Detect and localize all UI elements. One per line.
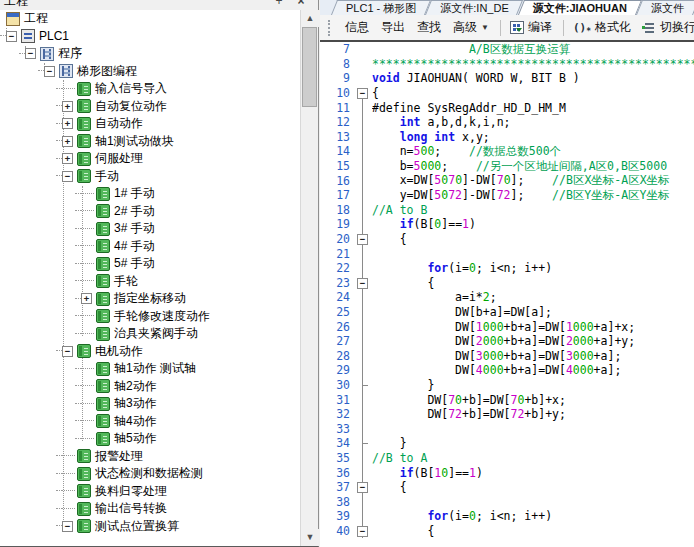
code-line[interactable]: 34 } (320, 436, 694, 451)
tree-item[interactable]: 输入信号导入 (0, 80, 300, 98)
tree-item[interactable]: −手动 (0, 168, 300, 186)
tree-item[interactable]: +轴1测试动做块 (0, 133, 300, 151)
editor-tab[interactable]: PLC1 - 梯形图 (334, 0, 428, 15)
expand-plus-icon[interactable]: + (81, 293, 92, 304)
expand-plus-icon[interactable]: + (62, 118, 73, 129)
code-editor[interactable]: 7 A/B区数据互换运算8***************************… (320, 42, 694, 547)
tree-item[interactable]: +自动动作 (0, 115, 300, 133)
info-button[interactable]: 信息 (340, 17, 374, 38)
code-line[interactable]: 27 DW[2000+b+a]=DW[2000+a]+y; (320, 334, 694, 349)
code-line[interactable]: 23− { (320, 276, 694, 291)
tree-item[interactable]: 手轮 (0, 273, 300, 291)
editor-tab[interactable]: 源文件 (639, 0, 694, 15)
code-line[interactable]: 18//A to B (320, 203, 694, 218)
tree-item[interactable]: +自动复位动作 (0, 98, 300, 116)
pin-icon[interactable]: + (272, 0, 286, 8)
code-line[interactable]: 22 for(i=0; i<n; i++) (320, 261, 694, 276)
code-line[interactable]: 32 DW[72+b]=DW[72+b]+y; (320, 407, 694, 422)
find-button[interactable]: 查找 (412, 17, 446, 38)
code-line[interactable]: 11#define SysRegAddr_HD_D_HM_M (320, 100, 694, 115)
code-line[interactable]: 9void JIAOHUAN( WORD W, BIT B ) (320, 71, 694, 86)
code-line[interactable]: 21 (320, 246, 694, 261)
code-line[interactable]: 39 for(i=0; i<n; i++) (320, 509, 694, 524)
code-line[interactable]: 17 y=DW[5072]-DW[72]; //B区Y坐标-A区Y坐标 (320, 188, 694, 203)
tree-item[interactable]: 工程 (0, 10, 300, 28)
fold-margin[interactable]: − (354, 86, 372, 101)
fold-margin[interactable]: − (354, 276, 372, 291)
tree-item[interactable]: −电机动作 (0, 343, 300, 361)
code-line[interactable]: 38 (320, 494, 694, 509)
expand-plus-icon[interactable]: + (62, 101, 73, 112)
tree-item[interactable]: +伺服处理 (0, 150, 300, 168)
code-line[interactable]: 33 (320, 421, 694, 436)
fold-margin[interactable]: − (354, 232, 372, 247)
tree-item[interactable]: 轴5动作 (0, 430, 300, 448)
fold-collapse-icon[interactable]: − (357, 278, 368, 289)
code-line[interactable]: 36 if(B[10]==1) (320, 465, 694, 480)
code-line[interactable]: 19 if(B[0]==1) (320, 217, 694, 232)
export-button[interactable]: 导出 (376, 17, 410, 38)
tree-item[interactable]: −PLC1 (0, 28, 300, 46)
editor-tab[interactable]: 源文件:IN_DE (428, 0, 520, 15)
close-icon[interactable]: × (294, 0, 308, 8)
code-line[interactable]: 35//B to A (320, 451, 694, 466)
tree-item[interactable]: −梯形图编程 (0, 63, 300, 81)
collapse-minus-icon[interactable]: − (25, 48, 36, 59)
tree-item[interactable]: 换料归零处理 (0, 483, 300, 501)
tree-item[interactable]: −程序 (0, 45, 300, 63)
expand-plus-icon[interactable]: + (62, 136, 73, 147)
fold-collapse-icon[interactable]: − (357, 482, 368, 493)
code-line[interactable]: 28 DW[3000+b+a]=DW[3000+a]; (320, 348, 694, 363)
tree-scrollbar[interactable]: ▲ ▼ (300, 10, 318, 546)
code-line[interactable]: 26 DW[1000+b+a]=DW[1000+a]+x; (320, 319, 694, 334)
compile-button[interactable]: 编译 (505, 17, 557, 38)
tree-item[interactable]: 治具夹紧阀手动 (0, 325, 300, 343)
collapse-minus-icon[interactable]: − (62, 346, 73, 357)
scroll-down-icon[interactable]: ▼ (301, 529, 319, 546)
fold-collapse-icon[interactable]: − (357, 234, 368, 245)
tree-item[interactable]: 轴3动作 (0, 395, 300, 413)
code-line[interactable]: 30 } (320, 378, 694, 393)
tree-item[interactable]: 1# 手动 (0, 185, 300, 203)
tree-item[interactable]: −测试点位置换算 (0, 518, 300, 536)
code-line[interactable]: 14 n=500; //数据总数500个 (320, 144, 694, 159)
code-line[interactable]: 40− { (320, 524, 694, 539)
code-line[interactable]: 10−{ (320, 86, 694, 101)
tree-item[interactable]: 5# 手动 (0, 255, 300, 273)
tree-item[interactable]: 输出信号转换 (0, 500, 300, 518)
tree-item[interactable]: +指定坐标移动 (0, 290, 300, 308)
editor-tab[interactable]: 源文件:JIAOHUAN (521, 0, 639, 15)
fold-margin[interactable]: − (354, 480, 372, 495)
collapse-minus-icon[interactable]: − (6, 31, 17, 42)
tree-item[interactable]: 报警处理 (0, 448, 300, 466)
code-line[interactable]: 7 A/B区数据互换运算 (320, 42, 694, 57)
advanced-button[interactable]: 高级▼ (448, 17, 494, 38)
code-line[interactable]: 29 DW[4000+b+a]=DW[4000+a]; (320, 363, 694, 378)
fold-collapse-icon[interactable]: − (357, 526, 368, 537)
collapse-minus-icon[interactable]: − (44, 66, 55, 77)
toolbar-grip[interactable] (328, 20, 333, 36)
code-line[interactable]: 13 long int x,y; (320, 130, 694, 145)
tree-item[interactable]: 状态检测和数据检测 (0, 465, 300, 483)
tree-item[interactable]: 4# 手动 (0, 238, 300, 256)
code-line[interactable]: 8***************************************… (320, 57, 694, 72)
tree-item[interactable]: 轴1动作 测试轴 (0, 360, 300, 378)
code-line[interactable]: 16 x=DW[5070]-DW[70]; //B区X坐标-A区X坐标 (320, 173, 694, 188)
tree-item[interactable]: 轴4动作 (0, 413, 300, 431)
toggle-line-comment-button[interactable]: 切换行注释 (638, 17, 694, 38)
format-button[interactable]: ()*格式化 (568, 17, 636, 38)
tree-item[interactable]: 手轮修改速度动作 (0, 308, 300, 326)
tree-item[interactable]: 2# 手动 (0, 203, 300, 221)
code-line[interactable]: 31 DW[70+b]=DW[70+b]+x; (320, 392, 694, 407)
code-line[interactable]: 20− { (320, 232, 694, 247)
code-line[interactable]: 25 DW[b+a]=DW[a]; (320, 305, 694, 320)
code-line[interactable]: 15 b=5000; //另一个区地址间隔,A区0,B区5000 (320, 159, 694, 174)
code-line[interactable]: 24 a=i*2; (320, 290, 694, 305)
collapse-minus-icon[interactable]: − (62, 521, 73, 532)
tree-item[interactable]: 轴2动作 (0, 378, 300, 396)
fold-collapse-icon[interactable]: − (357, 88, 368, 99)
code-line[interactable]: 37− { (320, 480, 694, 495)
scrollbar-thumb[interactable] (302, 27, 317, 107)
collapse-minus-icon[interactable]: − (62, 171, 73, 182)
expand-plus-icon[interactable]: + (62, 153, 73, 164)
